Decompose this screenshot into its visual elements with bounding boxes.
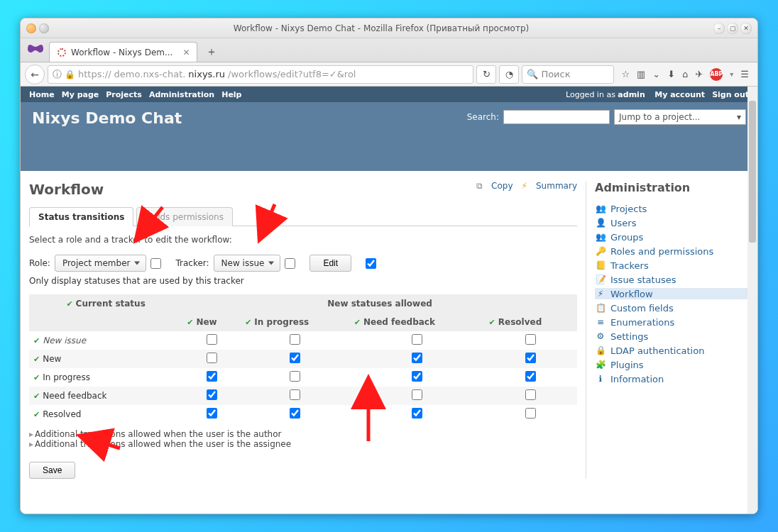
transition-checkbox[interactable] — [525, 408, 536, 419]
table-row: ✔New — [29, 350, 577, 368]
table-row: ✔In progress — [29, 368, 577, 387]
home-icon[interactable]: ⌂ — [682, 69, 688, 79]
menu-icon[interactable]: ☰ — [740, 69, 749, 79]
logged-in-text: Logged in as admin — [566, 90, 645, 99]
back-button[interactable]: ← — [25, 65, 45, 84]
topmenu-help[interactable]: Help — [221, 90, 241, 99]
row-label: ✔Resolved — [29, 405, 182, 423]
transition-checkbox[interactable] — [290, 389, 300, 400]
transition-checkbox[interactable] — [290, 334, 300, 345]
role-dropdown[interactable]: Project member — [55, 255, 147, 272]
transition-checkbox[interactable] — [207, 389, 217, 400]
identity-icon[interactable]: ⓘ — [53, 68, 62, 81]
check-icon: ✔ — [187, 318, 193, 327]
tracker-dropdown[interactable]: New issue — [214, 255, 281, 272]
pocket-icon[interactable]: ⌄ — [652, 69, 660, 79]
sidebar-item-issue-statuses[interactable]: 📝Issue statuses — [595, 274, 749, 285]
additional-assignee[interactable]: Additional transitions allowed when the … — [35, 439, 291, 449]
transition-checkbox[interactable] — [525, 334, 536, 345]
transition-checkbox[interactable] — [290, 371, 300, 382]
sidebar-item-ldap-authentication[interactable]: 🔒LDAP authentication — [595, 345, 749, 356]
transition-checkbox[interactable] — [207, 371, 217, 382]
transition-checkbox[interactable] — [290, 353, 300, 363]
sidebar-item-trackers[interactable]: 📒Trackers — [595, 260, 749, 271]
reload-button[interactable]: ↻ — [476, 65, 496, 84]
transition-checkbox[interactable] — [207, 408, 217, 419]
additional-author[interactable]: Additional transitions allowed when the … — [35, 429, 281, 439]
topmenu-my-page[interactable]: My page — [62, 90, 99, 99]
sidebar-item-projects[interactable]: 👥Projects — [595, 203, 749, 214]
topmenu-administration[interactable]: Administration — [149, 90, 214, 99]
sidebar-icon: ℹ — [595, 373, 606, 384]
save-button[interactable]: Save — [29, 462, 75, 479]
sidebar-item-settings[interactable]: ⚙Settings — [595, 331, 749, 342]
transition-checkbox[interactable] — [412, 371, 422, 382]
minimize-button[interactable]: – — [713, 23, 725, 34]
topmenu-projects[interactable]: Projects — [106, 90, 142, 99]
downloads-icon[interactable]: ⬇ — [667, 69, 675, 79]
browser-toolbar: ← ⓘ 🔒 https://demo.nxs-chat.nixys.ru/wor… — [21, 62, 757, 87]
sidebar-item-workflow[interactable]: ⚡Workflow — [595, 288, 749, 299]
url-domain: nixys.ru — [188, 69, 225, 79]
close-button[interactable]: ✕ — [740, 23, 752, 34]
url-proto: https:// — [78, 69, 111, 79]
maximize-button[interactable]: ▢ — [727, 23, 738, 34]
browser-search[interactable]: 🔍 Поиск — [522, 65, 614, 84]
adblock-icon[interactable]: ABP — [710, 68, 723, 81]
vertical-scrollbar[interactable] — [747, 87, 757, 514]
edit-button[interactable]: Edit — [309, 255, 351, 272]
sidebar-item-users[interactable]: 👤Users — [595, 217, 749, 228]
sidebar-icon: 👤 — [595, 217, 606, 228]
transition-checkbox[interactable] — [412, 334, 422, 345]
adblock-dropdown-icon[interactable]: ▾ — [730, 70, 733, 78]
instruction-text: Select a role and a tracker to edit the … — [29, 235, 577, 245]
window-titlebar: Workflow - Nixys Demo Chat - Mozilla Fir… — [21, 18, 757, 38]
topmenu-sign-out[interactable]: Sign out — [712, 90, 749, 99]
search-placeholder: Поиск — [541, 69, 570, 79]
sidebar-item-information[interactable]: ℹInformation — [595, 373, 749, 384]
tracker-all-checkbox[interactable] — [285, 258, 295, 269]
sidebar-title: Administration — [595, 181, 749, 194]
expand-icon[interactable]: ▸ — [29, 439, 33, 449]
url-bar[interactable]: ⓘ 🔒 https://demo.nxs-chat.nixys.ru/workf… — [48, 65, 473, 84]
sidebar-item-plugins[interactable]: 🧩Plugins — [595, 359, 749, 370]
topmenu-my-account[interactable]: My account — [654, 90, 705, 99]
tab-status-transitions[interactable]: Status transitions — [29, 207, 133, 226]
sidebar-icon: 👥 — [595, 203, 606, 214]
header-search-input[interactable] — [503, 110, 610, 124]
transition-checkbox[interactable] — [412, 353, 422, 363]
summary-link[interactable]: Summary — [536, 181, 577, 191]
transition-checkbox[interactable] — [207, 353, 217, 363]
new-tab-button[interactable]: ＋ — [203, 43, 220, 60]
sidebar-item-roles-and-permissions[interactable]: 🔑Roles and permissions — [595, 245, 749, 257]
only-display-checkbox[interactable] — [366, 258, 376, 269]
expand-icon[interactable]: ▸ — [29, 429, 33, 439]
sidebar-item-groups[interactable]: 👥Groups — [595, 231, 749, 243]
project-jump-dropdown[interactable]: Jump to a project...▾ — [614, 109, 746, 125]
tab-fields-permissions[interactable]: Fields permissions — [136, 207, 233, 226]
sidebar-item-custom-fields[interactable]: 📋Custom fields — [595, 302, 749, 314]
app-header: Nixys Demo Chat Search: Jump to a projec… — [21, 102, 757, 171]
transition-checkbox[interactable] — [525, 371, 536, 382]
transition-checkbox[interactable] — [525, 353, 536, 363]
check-icon: ✔ — [33, 336, 40, 345]
send-icon[interactable]: ✈ — [695, 69, 703, 79]
reader-button[interactable]: ◔ — [499, 65, 519, 84]
role-all-checkbox[interactable] — [150, 258, 161, 269]
role-label: Role: — [29, 258, 50, 268]
sidebar-label: Information — [610, 374, 664, 384]
private-browsing-icon — [26, 40, 45, 59]
library-icon[interactable]: ▥ — [637, 69, 645, 79]
transition-checkbox[interactable] — [412, 408, 422, 419]
bookmark-star-icon[interactable]: ☆ — [621, 69, 630, 79]
topmenu-home[interactable]: Home — [29, 90, 55, 99]
sidebar-item-enumerations[interactable]: ≡Enumerations — [595, 316, 749, 328]
main-content: ⧉ Copy ⚡ Summary Workflow Status transit… — [29, 181, 577, 479]
browser-tab[interactable]: Workflow - Nixys Dem... ✕ — [49, 42, 197, 62]
transition-checkbox[interactable] — [290, 408, 300, 419]
transition-checkbox[interactable] — [207, 334, 217, 345]
transition-checkbox[interactable] — [525, 389, 536, 400]
tab-close-icon[interactable]: ✕ — [182, 48, 190, 57]
transition-checkbox[interactable] — [412, 389, 422, 400]
copy-link[interactable]: Copy — [491, 181, 513, 191]
